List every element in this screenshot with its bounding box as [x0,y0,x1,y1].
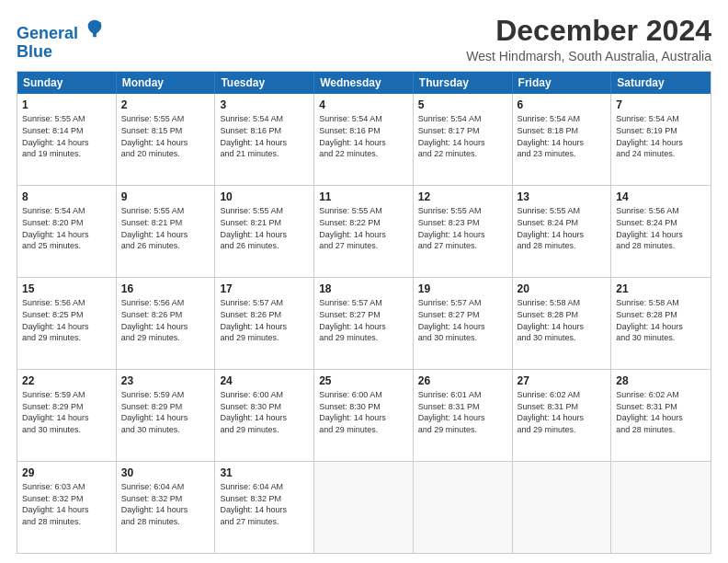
day-info: Sunrise: 5:59 AMSunset: 8:29 PMDaylight:… [121,389,210,435]
day-number: 27 [518,373,607,388]
day-cell-10: 10Sunrise: 5:55 AMSunset: 8:21 PMDayligh… [215,186,314,277]
day-info: Sunrise: 5:56 AMSunset: 8:25 PMDaylight:… [22,297,111,343]
day-number: 23 [121,373,210,388]
day-info: Sunrise: 6:04 AMSunset: 8:32 PMDaylight:… [121,481,210,527]
day-cell-17: 17Sunrise: 5:57 AMSunset: 8:26 PMDayligh… [215,278,314,369]
title-block: December 2024 West Hindmarsh, South Aust… [466,15,711,63]
header-day-friday: Friday [513,72,612,94]
day-number: 5 [418,98,507,112]
day-cell-4: 4Sunrise: 5:54 AMSunset: 8:16 PMDaylight… [314,94,414,185]
day-info: Sunrise: 6:00 AMSunset: 8:30 PMDaylight:… [319,389,408,435]
day-info: Sunrise: 5:57 AMSunset: 8:27 PMDaylight:… [319,297,408,343]
day-cell-16: 16Sunrise: 5:56 AMSunset: 8:26 PMDayligh… [117,278,216,369]
day-number: 17 [220,282,309,296]
day-cell-29: 29Sunrise: 6:03 AMSunset: 8:32 PMDayligh… [17,462,117,553]
empty-cell [611,462,711,553]
day-info: Sunrise: 5:56 AMSunset: 8:26 PMDaylight:… [121,297,210,343]
day-info: Sunrise: 6:01 AMSunset: 8:31 PMDaylight:… [418,389,507,435]
day-number: 21 [616,282,706,296]
header-day-monday: Monday [117,72,216,94]
day-number: 2 [121,98,210,112]
day-info: Sunrise: 5:57 AMSunset: 8:26 PMDaylight:… [220,297,309,343]
day-info: Sunrise: 5:54 AMSunset: 8:20 PMDaylight:… [22,205,111,251]
day-cell-28: 28Sunrise: 6:02 AMSunset: 8:31 PMDayligh… [611,370,711,461]
day-info: Sunrise: 6:03 AMSunset: 8:32 PMDaylight:… [22,481,111,527]
day-info: Sunrise: 5:55 AMSunset: 8:21 PMDaylight:… [220,205,309,251]
day-cell-5: 5Sunrise: 5:54 AMSunset: 8:17 PMDaylight… [414,94,513,185]
location-title: West Hindmarsh, South Australia, Austral… [466,49,711,63]
day-cell-19: 19Sunrise: 5:57 AMSunset: 8:27 PMDayligh… [414,278,513,369]
day-cell-3: 3Sunrise: 5:54 AMSunset: 8:16 PMDaylight… [215,94,314,185]
logo-icon [85,18,105,39]
day-cell-2: 2Sunrise: 5:55 AMSunset: 8:15 PMDaylight… [117,94,216,185]
day-info: Sunrise: 5:58 AMSunset: 8:28 PMDaylight:… [616,297,706,343]
day-number: 12 [418,190,507,204]
day-number: 11 [319,190,408,204]
empty-cell [314,462,414,553]
day-cell-24: 24Sunrise: 6:00 AMSunset: 8:30 PMDayligh… [215,370,314,461]
day-number: 20 [518,282,607,296]
day-number: 3 [220,98,309,112]
day-cell-8: 8Sunrise: 5:54 AMSunset: 8:20 PMDaylight… [17,186,117,277]
day-info: Sunrise: 5:55 AMSunset: 8:22 PMDaylight:… [319,205,408,251]
day-cell-21: 21Sunrise: 5:58 AMSunset: 8:28 PMDayligh… [611,278,711,369]
day-cell-18: 18Sunrise: 5:57 AMSunset: 8:27 PMDayligh… [314,278,414,369]
calendar: SundayMondayTuesdayWednesdayThursdayFrid… [17,71,711,554]
day-number: 6 [518,98,607,112]
day-info: Sunrise: 6:02 AMSunset: 8:31 PMDaylight:… [518,389,607,435]
day-number: 8 [22,190,111,204]
day-info: Sunrise: 5:57 AMSunset: 8:27 PMDaylight:… [418,297,507,343]
day-cell-26: 26Sunrise: 6:01 AMSunset: 8:31 PMDayligh… [414,370,513,461]
header-day-sunday: Sunday [17,72,117,94]
day-number: 25 [319,373,408,388]
day-cell-6: 6Sunrise: 5:54 AMSunset: 8:18 PMDaylight… [513,94,612,185]
day-cell-13: 13Sunrise: 5:55 AMSunset: 8:24 PMDayligh… [513,186,612,277]
day-info: Sunrise: 5:58 AMSunset: 8:28 PMDaylight:… [518,297,607,343]
day-cell-9: 9Sunrise: 5:55 AMSunset: 8:21 PMDaylight… [117,186,216,277]
logo-blue: Blue [17,43,105,62]
day-cell-1: 1Sunrise: 5:55 AMSunset: 8:14 PMDaylight… [17,94,117,185]
day-number: 4 [319,98,408,112]
day-info: Sunrise: 6:00 AMSunset: 8:30 PMDaylight:… [220,389,309,435]
day-cell-14: 14Sunrise: 5:56 AMSunset: 8:24 PMDayligh… [611,186,711,277]
day-number: 10 [220,190,309,204]
day-cell-22: 22Sunrise: 5:59 AMSunset: 8:29 PMDayligh… [17,370,117,461]
header-day-tuesday: Tuesday [215,72,314,94]
logo-general: General [17,24,78,42]
day-number: 29 [22,465,111,480]
day-cell-31: 31Sunrise: 6:04 AMSunset: 8:32 PMDayligh… [215,462,314,553]
day-number: 1 [22,98,111,112]
day-info: Sunrise: 5:54 AMSunset: 8:16 PMDaylight:… [220,113,309,159]
day-number: 14 [616,190,706,204]
logo-text: General [17,18,105,43]
calendar-body: 1Sunrise: 5:55 AMSunset: 8:14 PMDaylight… [17,94,711,553]
calendar-row-1: 8Sunrise: 5:54 AMSunset: 8:20 PMDaylight… [17,185,711,277]
day-number: 7 [616,98,706,112]
empty-cell [414,462,513,553]
empty-cell [513,462,612,553]
day-cell-11: 11Sunrise: 5:55 AMSunset: 8:22 PMDayligh… [314,186,414,277]
day-cell-27: 27Sunrise: 6:02 AMSunset: 8:31 PMDayligh… [513,370,612,461]
header-day-thursday: Thursday [414,72,513,94]
day-cell-7: 7Sunrise: 5:54 AMSunset: 8:19 PMDaylight… [611,94,711,185]
day-info: Sunrise: 5:54 AMSunset: 8:19 PMDaylight:… [616,113,706,159]
calendar-row-4: 29Sunrise: 6:03 AMSunset: 8:32 PMDayligh… [17,461,711,553]
day-number: 28 [616,373,706,388]
day-info: Sunrise: 6:02 AMSunset: 8:31 PMDaylight:… [616,389,706,435]
calendar-header: SundayMondayTuesdayWednesdayThursdayFrid… [17,72,711,94]
day-cell-30: 30Sunrise: 6:04 AMSunset: 8:32 PMDayligh… [117,462,216,553]
page: General Blue December 2024 West Hindmars… [0,0,728,563]
day-number: 26 [418,373,507,388]
day-info: Sunrise: 5:55 AMSunset: 8:23 PMDaylight:… [418,205,507,251]
day-info: Sunrise: 5:55 AMSunset: 8:14 PMDaylight:… [22,113,111,159]
day-number: 19 [418,282,507,296]
day-info: Sunrise: 5:59 AMSunset: 8:29 PMDaylight:… [22,389,111,435]
day-number: 24 [220,373,309,388]
day-cell-15: 15Sunrise: 5:56 AMSunset: 8:25 PMDayligh… [17,278,117,369]
day-number: 9 [121,190,210,204]
day-number: 22 [22,373,111,388]
day-number: 13 [518,190,607,204]
header-day-saturday: Saturday [611,72,711,94]
day-info: Sunrise: 5:55 AMSunset: 8:21 PMDaylight:… [121,205,210,251]
day-number: 18 [319,282,408,296]
